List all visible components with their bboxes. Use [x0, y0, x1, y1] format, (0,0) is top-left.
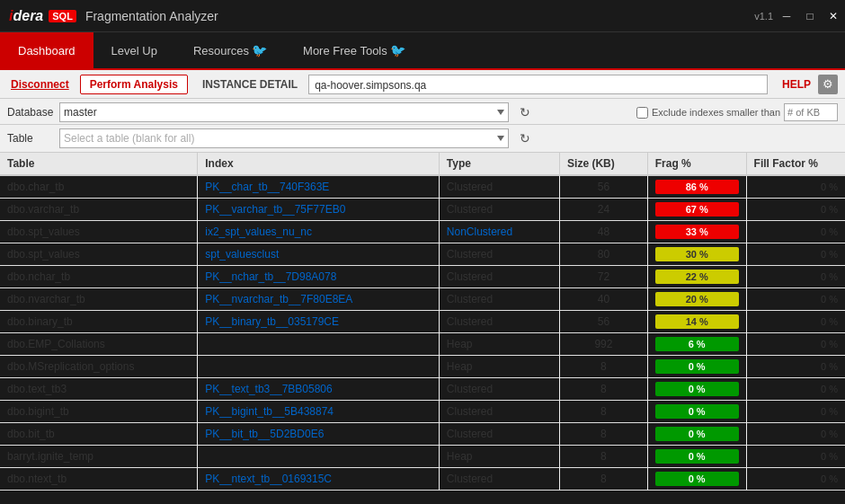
table-row: dbo.text_tb3 PK__text_tb3__7BB05806 Clus… [0, 378, 845, 401]
frag-badge: 22 % [655, 270, 739, 284]
database-label: Database [7, 106, 52, 119]
cell-fill: 0 % [746, 468, 845, 491]
database-select[interactable]: master [59, 102, 509, 122]
col-header-table: Table [0, 153, 198, 175]
sql-badge: SQL [49, 10, 76, 22]
toolbar: Disconnect Perform Analysis INSTANCE DET… [0, 70, 845, 99]
cell-index [198, 356, 440, 378]
cell-fill: 0 % [746, 288, 845, 311]
cell-index[interactable]: PK__bigint_tb__5B438874 [198, 401, 440, 423]
logo-area: idera SQL Fragmentation Analyzer [9, 8, 218, 24]
col-header-fill: Fill Factor % [746, 153, 845, 175]
cell-type: Clustered [439, 199, 559, 221]
cell-table: dbo.spt_values [0, 243, 198, 266]
more-tools-twitter-icon: 🐦 [390, 43, 405, 57]
cell-type: Clustered [439, 243, 559, 266]
exclude-checkbox[interactable] [636, 107, 648, 119]
cell-table: dbo.MSreplication_options [0, 356, 198, 378]
cell-frag: 0 % [647, 468, 746, 491]
col-header-size: Size (KB) [560, 153, 648, 175]
cell-type: Heap [439, 446, 559, 468]
app-title: Fragmentation Analyzer [85, 9, 218, 23]
cell-type: Clustered [439, 401, 559, 423]
data-table-wrapper: Table Index Type Size (KB) Frag % Fill F… [0, 153, 845, 504]
table-filter-row: Table Select a table (blank for all) ↻ [0, 125, 845, 153]
exclude-kb-input[interactable] [784, 103, 838, 121]
cell-type: Clustered [439, 266, 559, 288]
cell-fill: 0 % [746, 446, 845, 468]
nav-level-up[interactable]: Level Up [93, 32, 175, 68]
window-controls[interactable]: ─ □ ✕ [775, 4, 845, 28]
table-row: dbo.nvarchar_tb PK__nvarchar_tb__7F80E8E… [0, 288, 845, 311]
nav-resources[interactable]: Resources 🐦 [175, 32, 285, 68]
cell-index[interactable]: PK__varchar_tb__75F77EB0 [198, 199, 440, 221]
table-row: dbo.EMP_Collations Heap 992 6 % 0 % [0, 333, 845, 356]
cell-table: dbo.nvarchar_tb [0, 288, 198, 311]
nav-dashboard[interactable]: Dashboard [0, 32, 93, 68]
cell-type: Clustered [439, 288, 559, 311]
frag-badge: 20 % [655, 292, 739, 306]
cell-index[interactable]: PK__char_tb__740F363E [198, 175, 440, 199]
cell-index [198, 333, 440, 356]
cell-table: dbo.binary_tb [0, 311, 198, 333]
nav-more-free-tools[interactable]: More Free Tools 🐦 [285, 32, 423, 68]
frag-badge: 0 % [655, 404, 739, 419]
cell-table: dbo.bigint_tb [0, 401, 198, 423]
table-refresh-icon: ↻ [520, 131, 530, 146]
cell-index[interactable]: ix2_spt_values_nu_nc [198, 221, 440, 243]
table-select[interactable]: Select a table (blank for all) [59, 128, 509, 148]
frag-badge: 14 % [655, 314, 739, 329]
cell-index[interactable]: PK__bit_tb__5D2BD0E6 [198, 423, 440, 446]
cell-size: 8 [560, 446, 648, 468]
table-refresh-button[interactable]: ↻ [516, 129, 534, 147]
perform-analysis-button[interactable]: Perform Analysis [80, 75, 188, 94]
cell-index[interactable]: PK__nchar_tb__7D98A078 [198, 266, 440, 288]
close-button[interactable]: ✕ [822, 4, 845, 28]
cell-table: dbo.bit_tb [0, 423, 198, 446]
cell-table: barryt.ignite_temp [0, 446, 198, 468]
cell-frag: 14 % [647, 311, 746, 333]
cell-size: 80 [560, 243, 648, 266]
minimize-button[interactable]: ─ [775, 4, 798, 28]
settings-button[interactable]: ⚙ [818, 75, 838, 94]
table-row: dbo.ntext_tb PK__ntext_tb__0169315C Clus… [0, 468, 845, 491]
frag-badge: 0 % [655, 382, 739, 396]
frag-badge: 0 % [655, 359, 739, 374]
cell-index[interactable]: PK__ntext_tb__0169315C [198, 468, 440, 491]
frag-badge: 86 % [655, 180, 739, 194]
cell-size: 992 [560, 333, 648, 356]
cell-index[interactable]: PK__binary_tb__035179CE [198, 311, 440, 333]
cell-fill: 0 % [746, 378, 845, 401]
cell-frag: 67 % [647, 199, 746, 221]
nav-level-up-label: Level Up [111, 44, 157, 57]
col-header-frag: Frag % [647, 153, 746, 175]
table-label: Table [7, 132, 52, 145]
table-row: dbo.MSreplication_options Heap 8 0 % 0 % [0, 356, 845, 378]
cell-index[interactable]: PK__nvarchar_tb__7F80E8EA [198, 288, 440, 311]
cell-size: 8 [560, 401, 648, 423]
cell-frag: 86 % [647, 175, 746, 199]
table-row: dbo.binary_tb PK__binary_tb__035179CE Cl… [0, 311, 845, 333]
database-refresh-button[interactable]: ↻ [516, 103, 534, 121]
help-button[interactable]: HELP [782, 78, 811, 91]
cell-type: Clustered [439, 468, 559, 491]
fragmentation-table: Table Index Type Size (KB) Frag % Fill F… [0, 153, 845, 491]
cell-type: Clustered [439, 423, 559, 446]
cell-index[interactable]: spt_valuesclust [198, 243, 440, 266]
cell-type: NonClustered [439, 221, 559, 243]
instance-detail-label: INSTANCE DETAIL [202, 78, 298, 91]
idera-logo: idera [9, 8, 43, 24]
nav-bar: Dashboard Level Up Resources 🐦 More Free… [0, 32, 845, 70]
cell-type: Clustered [439, 175, 559, 199]
disconnect-button[interactable]: Disconnect [7, 76, 73, 93]
cell-index[interactable]: PK__text_tb3__7BB05806 [198, 378, 440, 401]
frag-badge: 0 % [655, 449, 739, 464]
nav-dashboard-label: Dashboard [18, 44, 76, 57]
maximize-button[interactable]: □ [798, 4, 822, 28]
cell-fill: 0 % [746, 221, 845, 243]
cell-size: 40 [560, 288, 648, 311]
cell-frag: 0 % [647, 446, 746, 468]
cell-table: dbo.EMP_Collations [0, 333, 198, 356]
cell-index [198, 446, 440, 468]
cell-fill: 0 % [746, 199, 845, 221]
